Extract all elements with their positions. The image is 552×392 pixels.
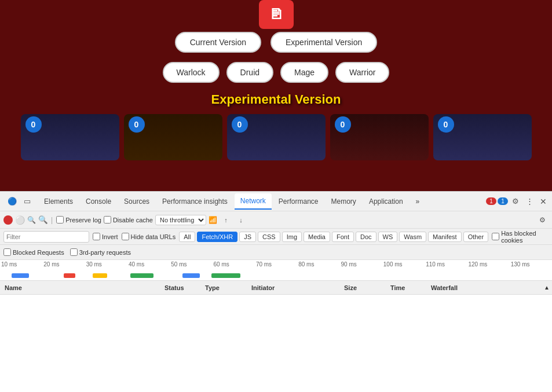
experimental-version-button[interactable]: Experimental Version — [270, 32, 377, 53]
third-party-checkbox[interactable] — [70, 248, 78, 256]
invert-checkbox[interactable] — [93, 233, 100, 240]
app-logo: 🖹 — [259, 0, 294, 29]
tab-application[interactable]: Application — [363, 194, 409, 209]
timeline-label-90: 90 ms — [340, 261, 382, 268]
devtools-icons-left: 🔵 ▭ — [2, 195, 37, 208]
timeline-label-100: 100 ms — [382, 261, 425, 268]
network-toolbar: ⚪ 🔍 🔍 | Preserve log Disable cache No th… — [0, 211, 552, 229]
class-buttons: Warlock Druid Mage Warrior — [163, 62, 390, 83]
hide-data-urls-checkbox[interactable] — [122, 233, 129, 240]
close-devtools-button[interactable]: ✕ — [537, 195, 550, 208]
timeline-labels: 10 ms 20 ms 30 ms 40 ms 50 ms 60 ms 70 m… — [0, 260, 552, 268]
timeline-label-130: 130 ms — [510, 261, 552, 268]
filter-bar: Invert Hide data URLs All Fetch/XHR JS C… — [0, 229, 552, 245]
timeline-label-50: 50 ms — [170, 261, 212, 268]
filter-all[interactable]: All — [179, 232, 195, 242]
filter-js[interactable]: JS — [239, 232, 256, 242]
timeline-label-70: 70 ms — [255, 261, 297, 268]
filter-input[interactable] — [3, 231, 89, 243]
card-3 — [227, 114, 326, 160]
timeline-label-120: 120 ms — [467, 261, 509, 268]
filter-other[interactable]: Other — [463, 232, 489, 242]
col-header-waterfall[interactable]: Waterfall ▲ — [431, 284, 550, 291]
preserve-log-checkbox[interactable] — [56, 216, 64, 224]
timeline-label-60: 60 ms — [213, 261, 255, 268]
card-2 — [124, 114, 222, 160]
warrior-button[interactable]: Warrior — [335, 62, 389, 83]
record-button[interactable] — [3, 215, 13, 225]
third-party-label[interactable]: 3rd-party requests — [70, 248, 131, 256]
col-header-size[interactable]: Size — [344, 284, 390, 291]
blocked-requests-label[interactable]: Blocked Requests — [3, 248, 64, 256]
filter-css[interactable]: CSS — [258, 232, 280, 242]
filter-manifest[interactable]: Manifest — [428, 232, 462, 242]
app-area: 🖹 Current Version Experimental Version W… — [0, 0, 552, 191]
filter-font[interactable]: Font — [332, 232, 354, 242]
invert-label[interactable]: Invert — [93, 233, 118, 240]
disable-cache-checkbox[interactable] — [104, 216, 111, 224]
has-blocked-checkbox[interactable] — [492, 233, 499, 240]
col-header-initiator[interactable]: Initiator — [251, 284, 344, 291]
timeline-label-110: 110 ms — [425, 261, 467, 268]
more-options-button[interactable]: ⋮ — [523, 195, 536, 208]
col-header-name[interactable]: Name — [2, 284, 164, 291]
timeline-label-40: 40 ms — [127, 261, 170, 268]
tab-console[interactable]: Console — [80, 194, 117, 209]
timeline-label-10: 10 ms — [0, 261, 42, 268]
disable-cache-label[interactable]: Disable cache — [104, 216, 153, 224]
settings-button[interactable]: ⚙ — [509, 195, 522, 208]
timeline-label-20: 20 ms — [42, 261, 85, 268]
filter-wasm[interactable]: Wasm — [399, 232, 426, 242]
table-header: Name Status Type Initiator Size Time Wat… — [0, 281, 552, 295]
search-button[interactable]: 🔍 — [38, 215, 47, 225]
blocked-requests-bar: Blocked Requests 3rd-party requests — [0, 245, 552, 260]
tab-more[interactable]: » — [410, 194, 426, 209]
timeline-bars — [0, 270, 552, 278]
cards-row — [19, 114, 534, 160]
hide-data-urls-label[interactable]: Hide data URLs — [122, 233, 176, 240]
filter-media[interactable]: Media — [304, 232, 330, 242]
throttle-select[interactable]: No throttling — [155, 215, 206, 225]
upload-button[interactable]: ↑ — [220, 214, 232, 226]
devtools-tabs: 🔵 ▭ Elements Console Sources Performance… — [0, 192, 552, 211]
filter-button[interactable]: 🔍 — [27, 215, 36, 225]
warlock-button[interactable]: Warlock — [163, 62, 220, 83]
device-mode-button[interactable]: ▭ — [21, 195, 34, 208]
col-header-status[interactable]: Status — [164, 284, 205, 291]
filter-img[interactable]: Img — [282, 232, 302, 242]
filter-types: All Fetch/XHR JS CSS Img Media Font Doc … — [179, 232, 488, 242]
col-header-type[interactable]: Type — [205, 284, 251, 291]
section-title: Experimental Version — [211, 92, 341, 107]
logo-container: 🖹 — [259, 0, 294, 29]
tab-performance[interactable]: Performance — [273, 194, 324, 209]
wifi-icon: 📶 — [209, 216, 217, 224]
preserve-log-label[interactable]: Preserve log — [56, 216, 101, 224]
tab-memory[interactable]: Memory — [326, 194, 362, 209]
filter-doc[interactable]: Doc — [356, 232, 376, 242]
has-blocked-label[interactable]: Has blocked cookies — [492, 230, 549, 244]
message-badge: 1 — [498, 197, 508, 205]
timeline-label-80: 80 ms — [297, 261, 339, 268]
tab-elements[interactable]: Elements — [38, 194, 79, 209]
sort-arrow: ▲ — [544, 284, 550, 291]
col-header-time[interactable]: Time — [390, 284, 431, 291]
tab-network[interactable]: Network — [235, 193, 272, 210]
timeline-area: 10 ms 20 ms 30 ms 40 ms 50 ms 60 ms 70 m… — [0, 260, 552, 281]
filter-ws[interactable]: WS — [378, 232, 398, 242]
error-badge: 1 — [486, 197, 496, 205]
blocked-requests-checkbox[interactable] — [3, 248, 11, 256]
table-body[interactable] — [0, 295, 552, 392]
tab-sources[interactable]: Sources — [118, 194, 155, 209]
download-button[interactable]: ↓ — [235, 214, 247, 226]
clear-button[interactable]: ⚪ — [15, 215, 24, 225]
timeline-label-30: 30 ms — [85, 261, 127, 268]
druid-button[interactable]: Druid — [226, 62, 273, 83]
tab-performance-insights[interactable]: Performance insights — [156, 194, 233, 209]
version-buttons: Current Version Experimental Version — [175, 32, 378, 53]
network-settings-button[interactable]: ⚙ — [536, 214, 549, 226]
inspect-element-button[interactable]: 🔵 — [6, 195, 19, 208]
filter-fetch-xhr[interactable]: Fetch/XHR — [197, 232, 237, 242]
card-1 — [21, 114, 119, 160]
mage-button[interactable]: Mage — [280, 62, 328, 83]
current-version-button[interactable]: Current Version — [175, 32, 261, 53]
